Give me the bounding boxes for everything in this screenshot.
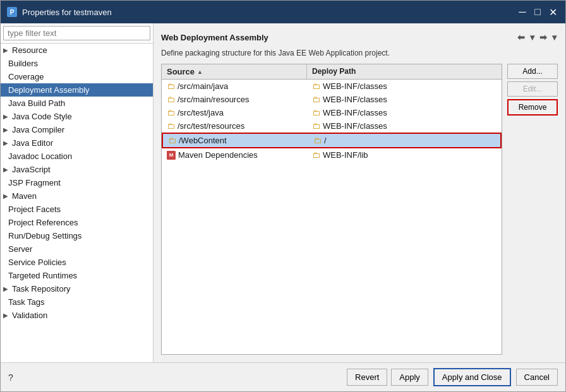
sidebar-item-label: Task Repository (12, 284, 70, 294)
sidebar-item-label: Resource (12, 45, 47, 55)
folder-icon: 🗀 (312, 95, 320, 104)
expand-arrow: ▶ (3, 285, 8, 292)
sidebar-item-label: Java Build Path (8, 98, 65, 108)
title-bar-controls: ─ □ ✕ (516, 6, 559, 18)
source-cell: MMaven Dependencies (162, 148, 307, 162)
sidebar-item[interactable]: ▶Task Repository (1, 282, 153, 295)
sidebar-item-label: Java Editor (12, 138, 53, 148)
apply-button[interactable]: Apply (391, 369, 428, 386)
sidebar-item-label: Coverage (8, 72, 44, 81)
table-body: 🗀/src/main/java🗀WEB-INF/classes🗀/src/mai… (162, 80, 502, 354)
source-cell: 🗀/src/main/java (162, 80, 307, 93)
sidebar-item-label: Run/Debug Settings (8, 231, 81, 241)
sidebar-item[interactable]: ▶JavaScript (1, 163, 153, 176)
table-row[interactable]: MMaven Dependencies🗀WEB-INF/lib (162, 148, 502, 162)
minimize-button[interactable]: ─ (516, 6, 529, 18)
sidebar-item[interactable]: Java Build Path (1, 97, 153, 110)
sidebar-item-label: Server (8, 244, 32, 254)
main-panel: Web Deployment Assembly ⬅ ▾ ➡ ▾ Define p… (154, 23, 565, 362)
sidebar-list: ▶ResourceBuildersCoverageDeployment Asse… (1, 44, 153, 362)
cancel-button[interactable]: Cancel (516, 369, 558, 386)
sidebar-item[interactable]: ▶Java Compiler (1, 123, 153, 136)
sidebar-item-label: JSP Fragment (8, 178, 61, 187)
source-cell: 🗀/WebContent (163, 134, 308, 147)
expand-arrow: ▶ (3, 193, 8, 199)
folder-icon: 🗀 (312, 108, 320, 117)
sidebar-item-label: Javadoc Location (8, 151, 72, 161)
sidebar-item[interactable]: Server (1, 242, 153, 256)
content-area: Source ▲ Deploy Path 🗀/src/main/java🗀WEB… (161, 64, 558, 355)
title-bar: P Properties for testmaven ─ □ ✕ (1, 1, 565, 23)
main-title-row: Web Deployment Assembly ⬅ ▾ ➡ ▾ (161, 31, 558, 44)
sidebar-item[interactable]: Run/Debug Settings (1, 229, 153, 242)
sidebar-item[interactable]: ▶Java Editor (1, 136, 153, 150)
maven-icon: M (167, 151, 176, 160)
sidebar-item[interactable]: ▶Resource (1, 44, 153, 57)
assembly-table: Source ▲ Deploy Path 🗀/src/main/java🗀WEB… (161, 64, 502, 355)
sidebar-item[interactable]: Task Tags (1, 295, 153, 309)
edit-button[interactable]: Edit... (507, 81, 558, 97)
deploy-path-cell: 🗀WEB-INF/classes (307, 93, 502, 106)
source-cell: 🗀/src/main/resources (162, 93, 307, 106)
sidebar-item-label: Validation (12, 311, 47, 320)
table-row[interactable]: 🗀/WebContent🗀/ (162, 133, 502, 148)
table-row[interactable]: 🗀/src/main/resources🗀WEB-INF/classes (162, 93, 502, 106)
deploy-path-cell: 🗀WEB-INF/classes (307, 80, 502, 93)
sidebar-item[interactable]: Coverage (1, 70, 153, 83)
sidebar-item[interactable]: Project References (1, 216, 153, 229)
sidebar-item-label: JavaScript (12, 165, 51, 174)
sidebar-item[interactable]: ▶Java Code Style (1, 110, 153, 123)
description-text: Define packaging structure for this Java… (161, 49, 558, 57)
back-icon[interactable]: ⬅ (516, 31, 526, 44)
folder-icon: 🗀 (167, 108, 175, 117)
sidebar-item-label: Project References (8, 218, 78, 227)
table-header: Source ▲ Deploy Path (162, 64, 502, 80)
sidebar-item[interactable]: JSP Fragment (1, 176, 153, 189)
remove-button[interactable]: Remove (507, 99, 558, 116)
sidebar-item[interactable]: Project Facets (1, 203, 153, 216)
sidebar-item-label: Service Policies (8, 258, 66, 267)
add-button[interactable]: Add... (507, 64, 558, 79)
apply-close-button[interactable]: Apply and Close (433, 368, 511, 386)
revert-button[interactable]: Revert (347, 369, 387, 386)
sidebar-item[interactable]: Deployment Assembly (1, 83, 153, 97)
expand-arrow: ▶ (3, 140, 8, 146)
source-cell: 🗀/src/test/resources (162, 119, 307, 133)
deploy-path-cell: 🗀WEB-INF/classes (307, 106, 502, 119)
expand-arrow: ▶ (3, 113, 8, 120)
sidebar-item[interactable]: Javadoc Location (1, 150, 153, 163)
folder-icon: 🗀 (167, 81, 175, 91)
action-buttons-panel: Add... Edit... Remove (507, 64, 558, 355)
table-row[interactable]: 🗀/src/test/java🗀WEB-INF/classes (162, 106, 502, 119)
sort-arrow: ▲ (197, 69, 203, 75)
more-icon[interactable]: ▾ (551, 31, 558, 44)
dropdown-icon[interactable]: ▾ (529, 31, 536, 44)
folder-icon: 🗀 (313, 136, 322, 145)
source-header: Source ▲ (162, 64, 307, 79)
dialog-body: ▶ResourceBuildersCoverageDeployment Asse… (1, 23, 565, 362)
sidebar-item[interactable]: Service Policies (1, 256, 153, 269)
expand-arrow: ▶ (3, 47, 8, 54)
sidebar-item-label: Builders (8, 59, 38, 68)
close-button[interactable]: ✕ (546, 6, 559, 18)
title-bar-left: P Properties for testmaven (7, 7, 112, 17)
sidebar-item[interactable]: ▶Maven (1, 189, 153, 203)
table-row[interactable]: 🗀/src/test/resources🗀WEB-INF/classes (162, 119, 502, 133)
sidebar-item-label: Project Facets (8, 205, 61, 214)
expand-arrow: ▶ (3, 166, 8, 173)
table-row[interactable]: 🗀/src/main/java🗀WEB-INF/classes (162, 80, 502, 93)
forward-icon[interactable]: ➡ (538, 31, 548, 44)
folder-icon: 🗀 (312, 150, 320, 160)
sidebar: ▶ResourceBuildersCoverageDeployment Asse… (1, 23, 154, 362)
help-icon[interactable]: ? (8, 372, 13, 383)
sidebar-item[interactable]: ▶Validation (1, 309, 153, 322)
expand-arrow: ▶ (3, 126, 8, 133)
main-panel-title: Web Deployment Assembly (161, 33, 268, 42)
search-box (1, 23, 153, 44)
sidebar-item-label: Task Tags (8, 297, 45, 307)
sidebar-item[interactable]: Targeted Runtimes (1, 269, 153, 282)
sidebar-item-label: Deployment Assembly (8, 85, 90, 95)
search-input[interactable] (3, 26, 150, 40)
maximize-button[interactable]: □ (531, 6, 544, 18)
sidebar-item[interactable]: Builders (1, 57, 153, 70)
